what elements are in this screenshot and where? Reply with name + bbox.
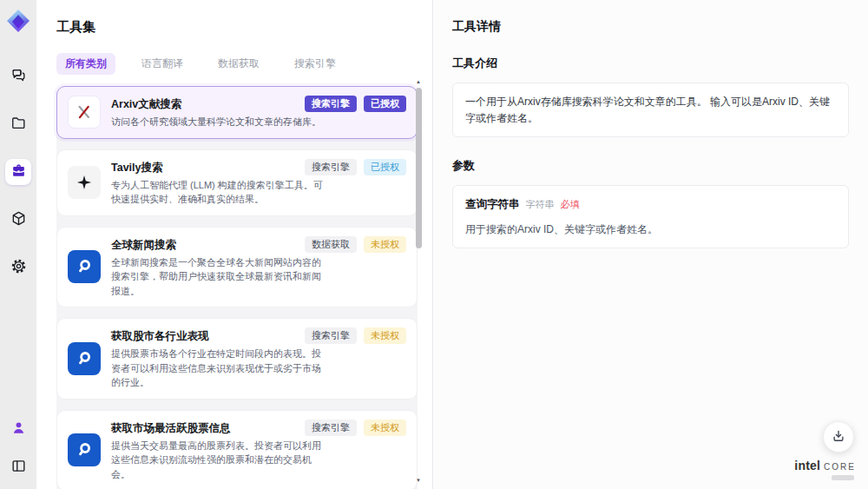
tab-search-engine[interactable]: 搜索引擎 bbox=[286, 53, 345, 75]
tab-all-categories[interactable]: 所有类别 bbox=[56, 53, 115, 75]
chat-icon bbox=[10, 67, 27, 87]
page-title: 工具集 bbox=[56, 19, 432, 36]
scrollbar-thumb[interactable] bbox=[416, 88, 422, 248]
tool-body: Tavily搜索 搜索引擎 已授权 专为人工智能代理 (LLM) 构建的搜索引擎… bbox=[111, 159, 406, 207]
settings-gear-icon bbox=[10, 258, 27, 278]
arxiv-chi-icon bbox=[69, 96, 100, 128]
tavily-star-icon bbox=[68, 166, 101, 199]
auth-status-badge: 已授权 bbox=[364, 159, 406, 175]
tool-name: Arxiv文献搜索 bbox=[111, 96, 298, 112]
sidebar-item-models[interactable] bbox=[5, 207, 31, 233]
tool-card[interactable]: Arxiv文献搜索 搜索引擎 已授权 访问各个研究领域大量科学论文和文章的存储库… bbox=[56, 86, 418, 139]
tool-card[interactable]: 获取市场最活跃股票信息 搜索引擎 未授权 提供当天交易量最高的股票列表。投资者可… bbox=[56, 410, 418, 489]
tool-description: 提供股票市场各个行业在特定时间段内的表现。投资者可以利用这些信息来识别表现优于或… bbox=[111, 347, 325, 390]
auth-status-badge: 未授权 bbox=[364, 420, 406, 436]
tab-language-translation[interactable]: 语言翻译 bbox=[133, 53, 192, 75]
sidebar-item-chat[interactable] bbox=[5, 63, 31, 89]
auth-status-badge: 已授权 bbox=[364, 96, 406, 112]
intro-box: 一个用于从Arxiv存储库搜索科学论文和文章的工具。 输入可以是Arxiv ID… bbox=[452, 83, 849, 137]
tool-card[interactable]: 获取股市各行业表现 搜索引擎 未授权 提供股票市场各个行业在特定时间段内的表现。… bbox=[56, 318, 418, 400]
search-q-icon bbox=[68, 250, 101, 283]
category-badge: 搜索引擎 bbox=[305, 159, 357, 175]
tool-body: Arxiv文献搜索 搜索引擎 已授权 访问各个研究领域大量科学论文和文章的存储库… bbox=[111, 96, 406, 129]
intro-heading: 工具介绍 bbox=[452, 56, 849, 71]
parameter-item: 查询字符串 字符串 必填 用于搜索的Arxiv ID、关键字或作者姓名。 bbox=[452, 185, 849, 248]
app-logo bbox=[6, 8, 30, 34]
sidebar-item-files[interactable] bbox=[5, 111, 31, 137]
download-button[interactable] bbox=[823, 421, 854, 453]
tool-badges: 搜索引擎 未授权 bbox=[305, 420, 406, 436]
search-q-icon bbox=[68, 433, 101, 466]
app-window: 工具集 所有类别 语言翻译 数据获取 搜索引擎 Arxiv文献搜索 搜索引擎 已… bbox=[0, 0, 868, 489]
folder-icon bbox=[10, 115, 27, 135]
sidebar bbox=[0, 0, 36, 489]
sidebar-item-panel-toggle[interactable] bbox=[5, 454, 31, 480]
tool-badges: 搜索引擎 已授权 bbox=[305, 96, 406, 112]
sidebar-item-user[interactable] bbox=[5, 416, 31, 442]
search-q-icon bbox=[68, 342, 101, 375]
intel-core-logo: intel CORE bbox=[794, 459, 856, 480]
tool-body: 获取市场最活跃股票信息 搜索引擎 未授权 提供当天交易量最高的股票列表。投资者可… bbox=[111, 420, 406, 482]
tool-card[interactable]: 全球新闻搜索 数据获取 未授权 全球新闻搜索是一个聚合全球各大新闻网站内容的搜索… bbox=[56, 227, 418, 308]
tool-icon bbox=[68, 96, 101, 129]
tool-body: 全球新闻搜索 数据获取 未授权 全球新闻搜索是一个聚合全球各大新闻网站内容的搜索… bbox=[111, 236, 406, 299]
param-type: 字符串 bbox=[526, 197, 555, 212]
tool-description: 访问各个研究领域大量科学论文和文章的存储库。 bbox=[111, 115, 325, 129]
param-name: 查询字符串 bbox=[465, 196, 520, 213]
tool-name: 获取市场最活跃股票信息 bbox=[111, 420, 298, 436]
tab-data-acquisition[interactable]: 数据获取 bbox=[209, 53, 268, 75]
tools-panel: 工具集 所有类别 语言翻译 数据获取 搜索引擎 Arxiv文献搜索 搜索引擎 已… bbox=[36, 0, 432, 489]
tool-description: 提供当天交易量最高的股票列表。投资者可以利用这些信息来识别流动性强的股票和潜在的… bbox=[111, 439, 325, 482]
tool-icon bbox=[68, 166, 101, 199]
sidebar-nav bbox=[5, 63, 31, 281]
tool-body: 获取股市各行业表现 搜索引擎 未授权 提供股票市场各个行业在特定时间段内的表现。… bbox=[111, 327, 406, 390]
param-description: 用于搜索的Arxiv ID、关键字或作者姓名。 bbox=[465, 221, 836, 238]
category-badge: 搜索引擎 bbox=[305, 96, 357, 112]
panel-toggle-icon bbox=[10, 458, 27, 478]
params-heading: 参数 bbox=[452, 158, 849, 174]
user-icon bbox=[10, 420, 27, 439]
cube-icon bbox=[10, 210, 27, 230]
intro-text: 一个用于从Arxiv存储库搜索科学论文和文章的工具。 输入可以是Arxiv ID… bbox=[465, 96, 830, 124]
tool-badges: 搜索引擎 未授权 bbox=[305, 327, 406, 344]
parameter-head: 查询字符串 字符串 必填 bbox=[465, 196, 836, 213]
auth-status-badge: 未授权 bbox=[364, 236, 406, 253]
auth-status-badge: 未授权 bbox=[364, 327, 406, 344]
category-tabs: 所有类别 语言翻译 数据获取 搜索引擎 bbox=[56, 53, 432, 75]
category-badge: 搜索引擎 bbox=[305, 327, 357, 344]
scrollbar[interactable]: ▲ ▼ bbox=[415, 78, 422, 484]
category-badge: 数据获取 bbox=[305, 236, 357, 253]
tool-description: 全球新闻搜索是一个聚合全球各大新闻网站内容的搜索引擎，帮助用户快速获取全球最新资… bbox=[111, 255, 325, 299]
sidebar-item-settings[interactable] bbox=[5, 254, 31, 281]
toolbox-icon bbox=[10, 162, 27, 182]
sidebar-bottom bbox=[5, 416, 31, 480]
download-icon bbox=[831, 428, 846, 446]
tool-badges: 数据获取 未授权 bbox=[305, 236, 406, 253]
intel-logo-text: intel bbox=[794, 459, 820, 472]
tool-icon bbox=[68, 342, 101, 375]
param-required-badge: 必填 bbox=[561, 197, 580, 212]
scroll-up-arrow-icon[interactable]: ▲ bbox=[416, 78, 421, 85]
scroll-down-arrow-icon[interactable]: ▼ bbox=[416, 477, 421, 484]
tool-icon bbox=[68, 433, 101, 466]
tool-badges: 搜索引擎 已授权 bbox=[305, 159, 406, 175]
core-logo-text: CORE bbox=[824, 462, 856, 472]
tool-card[interactable]: Tavily搜索 搜索引擎 已授权 专为人工智能代理 (LLM) 构建的搜索引擎… bbox=[56, 149, 418, 216]
core-ultra-badge bbox=[832, 475, 854, 480]
tool-description: 专为人工智能代理 (LLM) 构建的搜索引擎工具。可快速提供实时、准确和真实的结… bbox=[111, 178, 325, 207]
tools-list: Arxiv文献搜索 搜索引擎 已授权 访问各个研究领域大量科学论文和文章的存储库… bbox=[56, 86, 418, 489]
details-title: 工具详情 bbox=[452, 19, 849, 35]
tool-name: 获取股市各行业表现 bbox=[111, 327, 298, 344]
tool-name: Tavily搜索 bbox=[111, 159, 298, 175]
category-badge: 搜索引擎 bbox=[305, 420, 357, 436]
sidebar-item-toolbox[interactable] bbox=[5, 159, 31, 185]
tool-name: 全球新闻搜索 bbox=[111, 236, 298, 253]
tool-details-panel: 工具详情 工具介绍 一个用于从Arxiv存储库搜索科学论文和文章的工具。 输入可… bbox=[432, 0, 868, 489]
tool-icon bbox=[68, 250, 101, 283]
